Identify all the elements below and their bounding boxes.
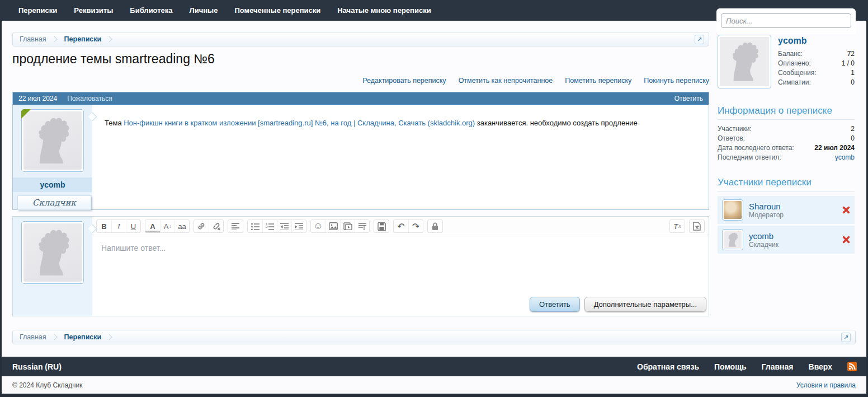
copyright-text: © 2024 Клуб Складчик — [12, 381, 82, 389]
message-reply-link[interactable]: Ответить — [674, 95, 703, 102]
message-date: 22 июл 2024 — [18, 95, 57, 102]
insert-image-icon[interactable] — [326, 220, 340, 232]
reply-author-avatar[interactable] — [21, 221, 84, 284]
edit-conversation-link[interactable]: Редактировать переписку — [362, 77, 446, 85]
participant-avatar[interactable] — [722, 229, 743, 250]
redo-icon[interactable]: ↷ — [408, 220, 423, 232]
search-input[interactable] — [721, 13, 851, 28]
stat-value: 1 — [851, 68, 855, 78]
footer-link-home[interactable]: Главная — [762, 362, 794, 371]
footer-links: Обратная связь Помощь Главная Вверх — [637, 362, 857, 371]
unordered-list-icon[interactable] — [248, 220, 262, 232]
stat-value: 0 — [851, 78, 855, 87]
open-navigation-icon[interactable]: ↗ — [841, 333, 851, 342]
stat-label: Симпатии: — [778, 78, 811, 87]
bold-icon[interactable]: B — [97, 220, 111, 232]
chevron-right-icon — [51, 36, 57, 42]
message-header: 22 июл 2024 Пожаловаться Ответить — [13, 92, 709, 105]
topic-link[interactable]: Нон-фикшн книги в кратком изложении [sma… — [124, 119, 475, 127]
stat-value: 1 / 0 — [842, 59, 855, 68]
participant-avatar[interactable] — [722, 199, 743, 221]
nav-item-library[interactable]: Библиотека — [122, 0, 180, 21]
breadcrumb-conversations[interactable]: Переписки — [64, 35, 102, 43]
participants-block: Участники переписки Sharoun Модератор yc… — [718, 177, 855, 255]
undo-icon[interactable]: ↶ — [394, 220, 408, 232]
smilies-icon[interactable]: ☺ — [311, 220, 326, 232]
more-options-button[interactable]: Дополнительные параметры... — [584, 297, 706, 312]
reply-author-cell — [13, 217, 92, 316]
nav-item-personal[interactable]: Личные — [182, 0, 225, 21]
stat-label: Оплачено: — [778, 59, 811, 68]
participant-name[interactable]: ycomb — [749, 231, 837, 241]
remove-link-icon[interactable] — [209, 220, 223, 232]
nav-item-requisites[interactable]: Реквизиты — [67, 0, 120, 21]
font-size-icon[interactable]: A↕ — [160, 220, 174, 232]
author-user-banner: Складчик — [17, 195, 91, 210]
outdent-icon[interactable] — [277, 220, 291, 232]
visitor-panel: ycomb Баланс:72 Оплачено:1 / 0 Сообщения… — [718, 35, 855, 88]
editor-toolbar: B I U A A↕ aa — [92, 217, 709, 236]
remove-formatting-x: x — [678, 223, 681, 229]
open-navigation-icon[interactable]: ↗ — [695, 35, 704, 44]
reply-button[interactable]: Ответить — [530, 297, 580, 312]
visitor-avatar[interactable] — [718, 35, 771, 88]
info-label: Последним ответил: — [718, 153, 781, 162]
remove-participant-icon[interactable] — [842, 206, 850, 214]
stat-row: Симпатии:0 — [778, 78, 855, 87]
ordered-list-icon[interactable]: 12 — [262, 220, 277, 232]
editor-main: B I U A A↕ aa — [92, 217, 709, 316]
nav-item-started-by-me[interactable]: Начатые мною переписки — [330, 0, 438, 21]
mark-unread-link[interactable]: Отметить как непрочитанное — [459, 77, 553, 85]
reply-text-area[interactable]: Напишите ответ... — [92, 236, 709, 297]
terms-link[interactable]: Условия и правила — [796, 381, 856, 389]
conversation-info-block: Информация о переписке Участники:2 Ответ… — [718, 105, 855, 162]
rss-icon[interactable] — [847, 362, 857, 371]
sub-footer: © 2024 Клуб Складчик Условия и правила — [2, 376, 866, 394]
language-chooser[interactable]: Russian (RU) — [12, 362, 62, 371]
quick-reply-editor: B I U A A↕ aa — [12, 216, 709, 316]
insert-media-icon[interactable] — [340, 220, 355, 232]
footer-link-top[interactable]: Вверх — [809, 362, 832, 371]
footer-link-help[interactable]: Помощь — [714, 362, 747, 371]
info-label: Ответов: — [718, 134, 745, 143]
info-label: Дата последнего ответа: — [718, 143, 794, 153]
quote-icon[interactable] — [355, 220, 369, 232]
info-row: Участники:2 — [718, 124, 855, 134]
breadcrumb: Главная Переписки ↗ — [12, 32, 709, 46]
conversation-info-title: Информация о переписке — [718, 105, 855, 120]
breadcrumb-conversations[interactable]: Переписки — [64, 333, 102, 341]
footer-link-contact[interactable]: Обратная связь — [637, 362, 699, 371]
underline-icon[interactable]: U — [126, 220, 140, 232]
participant-name[interactable]: Sharoun — [749, 202, 837, 211]
report-link[interactable]: Пожаловаться — [67, 95, 112, 102]
last-replier-link[interactable]: ycomb — [835, 153, 855, 162]
star-conversation-link[interactable]: Пометить переписку — [565, 77, 631, 85]
nav-item-starred-conversations[interactable]: Помеченные переписки — [227, 0, 328, 21]
visitor-username[interactable]: ycomb — [778, 36, 855, 46]
insert-link-icon[interactable] — [194, 220, 209, 232]
message-text-suffix: заканчивается. необходимо создать продле… — [475, 119, 638, 127]
remove-participant-icon[interactable] — [842, 236, 850, 244]
nav-item-conversations[interactable]: Переписки — [11, 0, 64, 21]
stat-row: Сообщения:1 — [778, 68, 855, 78]
bbcode-editor-icon[interactable] — [690, 220, 704, 232]
drafts-save-icon[interactable] — [374, 220, 389, 232]
font-family-icon[interactable]: aa — [174, 220, 189, 232]
breadcrumb-home[interactable]: Главная — [20, 333, 46, 341]
leave-conversation-link[interactable]: Покинуть переписку — [644, 77, 709, 85]
text-color-icon[interactable]: A — [145, 222, 160, 232]
participant-row: Sharoun Модератор — [718, 196, 855, 224]
breadcrumb-home[interactable]: Главная — [20, 35, 46, 43]
italic-icon[interactable]: I — [111, 220, 126, 232]
text-alignment-icon[interactable] — [228, 220, 243, 232]
author-avatar[interactable] — [21, 109, 84, 172]
indent-icon[interactable] — [291, 220, 306, 232]
quick-search-panel — [716, 8, 856, 34]
author-username[interactable]: ycomb — [13, 178, 92, 192]
lock-icon[interactable] — [428, 220, 442, 232]
conversation-actions: Редактировать переписку Отметить как неп… — [12, 77, 709, 85]
editor-actions: Ответить Дополнительные параметры... — [92, 297, 709, 316]
info-row: Дата последнего ответа:22 июл 2024 — [718, 143, 855, 153]
message-block: 22 июл 2024 Пожаловаться Ответить ycomb … — [12, 92, 709, 210]
remove-formatting-icon[interactable]: Tx — [670, 220, 685, 232]
